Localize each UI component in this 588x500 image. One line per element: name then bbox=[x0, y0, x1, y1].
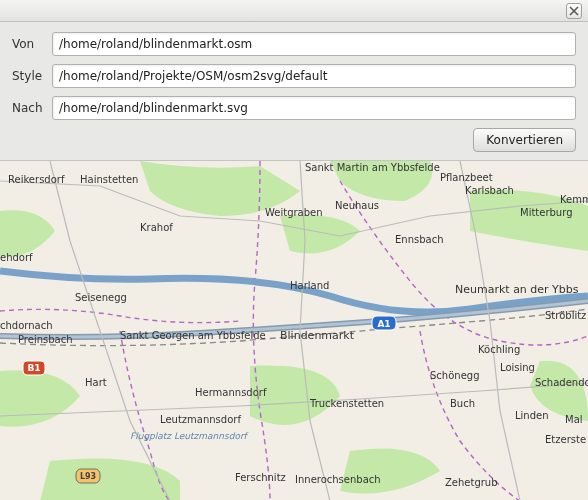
place-label: Karlsbach bbox=[465, 185, 514, 196]
place-label: Ferschnitz bbox=[235, 472, 286, 483]
form-panel: Von Style Nach Konvertieren bbox=[0, 22, 588, 160]
place-label: Mitterburg bbox=[520, 207, 572, 218]
place-label: Hart bbox=[85, 377, 107, 388]
input-nach[interactable] bbox=[52, 96, 576, 120]
app-window: Von Style Nach Konvertieren bbox=[0, 0, 588, 500]
place-label: Linden bbox=[515, 410, 549, 421]
place-label: Sankt Georgen am Ybbsfelde bbox=[120, 330, 266, 341]
place-label: Harland bbox=[290, 280, 329, 291]
close-button[interactable] bbox=[566, 3, 582, 19]
input-style[interactable] bbox=[52, 64, 576, 88]
place-label: Sankt Martin am Ybbsfelde bbox=[305, 162, 440, 173]
map-canvas: B1 A1 L93 Flugplatz Leutzmannsdorf Reike… bbox=[0, 161, 588, 500]
place-label: Preinsbach bbox=[18, 334, 73, 345]
place-label: Weitgraben bbox=[265, 207, 323, 218]
place-label: Seisenegg bbox=[75, 292, 127, 303]
label-style: Style bbox=[12, 69, 52, 83]
place-label: Buch bbox=[450, 398, 475, 409]
label-nach: Nach bbox=[12, 101, 52, 115]
place-label: Truckenstetten bbox=[309, 398, 384, 409]
place-label: Köchling bbox=[478, 344, 520, 355]
place-label: Hermannsdorf bbox=[195, 387, 267, 398]
convert-button[interactable]: Konvertieren bbox=[473, 128, 576, 152]
input-von[interactable] bbox=[52, 32, 576, 56]
place-label: Hainstetten bbox=[80, 174, 138, 185]
airfield-label: Flugplatz Leutzmannsdorf bbox=[130, 431, 250, 441]
button-row: Konvertieren bbox=[12, 128, 576, 152]
place-label: chdornach bbox=[0, 320, 53, 331]
place-label: Neumarkt an der Ybbs bbox=[455, 283, 579, 296]
label-von: Von bbox=[12, 37, 52, 51]
place-label: Pflanzbeet bbox=[440, 172, 493, 183]
place-label: Blindenmarkt bbox=[280, 329, 355, 342]
titlebar bbox=[0, 0, 588, 22]
place-label: Innerochsenbach bbox=[295, 474, 381, 485]
map-preview[interactable]: B1 A1 L93 Flugplatz Leutzmannsdorf Reike… bbox=[0, 160, 588, 500]
shield-a1: A1 bbox=[377, 319, 390, 329]
row-von: Von bbox=[12, 32, 576, 56]
place-label: ehdorf bbox=[0, 252, 33, 263]
close-icon bbox=[569, 6, 579, 16]
place-label: Schönegg bbox=[430, 370, 480, 381]
place-label: Leutzmannsdorf bbox=[160, 414, 241, 425]
place-label: Reikersdorf bbox=[8, 174, 65, 185]
place-label: Schadendorf bbox=[535, 377, 588, 388]
place-label: Mal bbox=[565, 414, 583, 425]
place-label: Neuhaus bbox=[335, 200, 379, 211]
place-label: Etzerste bbox=[545, 434, 586, 445]
place-label: Ströblitz bbox=[545, 310, 586, 321]
row-nach: Nach bbox=[12, 96, 576, 120]
place-label: Loising bbox=[500, 362, 535, 373]
place-label: Zehetgrub bbox=[445, 477, 498, 488]
place-label: Kemm bbox=[560, 194, 588, 205]
place-label: Ennsbach bbox=[395, 234, 444, 245]
shield-b1: B1 bbox=[27, 363, 40, 373]
shield-l93: L93 bbox=[80, 472, 96, 481]
row-style: Style bbox=[12, 64, 576, 88]
place-label: Krahof bbox=[140, 222, 173, 233]
